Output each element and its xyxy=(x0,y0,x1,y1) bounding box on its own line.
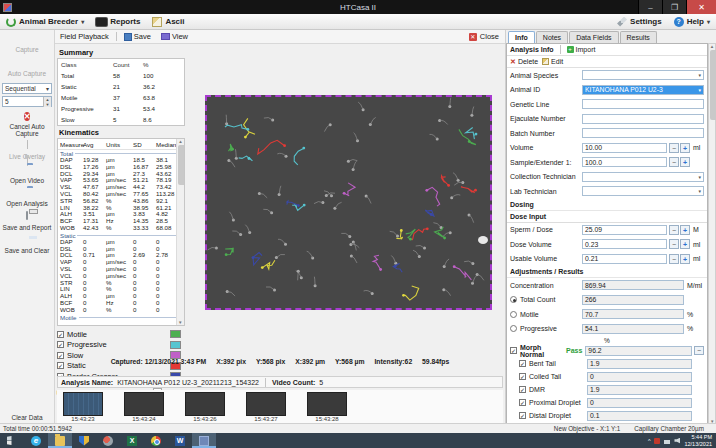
clear-data-button[interactable]: Clear Data xyxy=(1,402,53,422)
app-window: HTCasa II – ❐ ✕ Animal Breeder ▾ Reports… xyxy=(0,0,716,448)
taskbar-clock[interactable]: 5:44 PM 12/13/2021 xyxy=(684,434,712,447)
save-and-report-button[interactable]: Save and Report xyxy=(1,212,53,232)
capture-count-stepper[interactable]: 5 ▲ ▼ xyxy=(2,96,52,107)
close-window-button[interactable]: ✕ xyxy=(686,0,716,14)
thumbnail-image[interactable] xyxy=(63,392,103,416)
motile-radio[interactable] xyxy=(510,311,517,318)
taskbar-explorer-button[interactable] xyxy=(48,433,72,448)
taskbar-word-button[interactable]: W xyxy=(168,433,192,448)
morph-normal-checkbox[interactable]: ✓ xyxy=(510,347,517,354)
taskbar-defender-button[interactable] xyxy=(72,433,96,448)
lab-technician-select[interactable]: ▾ xyxy=(582,186,704,196)
morph-collapse-button[interactable]: − xyxy=(694,346,704,355)
tray-flag-icon[interactable] xyxy=(654,438,660,444)
spin-down-icon[interactable]: ▼ xyxy=(44,102,51,107)
scrollbar-thumb[interactable] xyxy=(710,50,716,120)
tab-info[interactable]: Info xyxy=(508,31,535,43)
view-button[interactable]: View xyxy=(156,30,193,43)
scroll-down-icon[interactable]: ▼ xyxy=(178,320,182,325)
help-button[interactable]: ? Help ▾ xyxy=(668,17,716,27)
import-button[interactable]: + Import xyxy=(567,46,596,53)
save-view-button[interactable]: Save xyxy=(119,30,156,43)
volume-input[interactable]: 10.00 xyxy=(582,143,667,153)
microscopy-image[interactable] xyxy=(205,95,492,310)
legend-checkbox[interactable]: ✓ xyxy=(57,341,64,348)
sperm-dose-decrement-button[interactable]: − xyxy=(669,225,679,235)
animal-species-select[interactable]: ▾ xyxy=(582,70,704,80)
genetic-line-input[interactable] xyxy=(582,99,704,109)
delete-button[interactable]: ✕ Delete xyxy=(510,58,538,66)
video-thumbnail[interactable]: 15:43:23 xyxy=(63,392,103,422)
thumbnail-image[interactable] xyxy=(307,392,347,416)
thumbnail-image[interactable] xyxy=(185,392,225,416)
progressive-radio[interactable] xyxy=(510,325,517,332)
sample-extender-decrement-button[interactable]: − xyxy=(669,157,679,167)
ascii-button[interactable]: Ascii xyxy=(146,14,190,29)
auto-capture-button[interactable]: Auto Capture xyxy=(1,58,53,78)
start-button[interactable] xyxy=(0,433,24,448)
sperm-dose-input[interactable]: 25.09 xyxy=(582,225,667,235)
morph-item-checkbox[interactable]: ✓ xyxy=(519,360,526,367)
right-panel-scrollbar[interactable]: ▲ ▼ xyxy=(708,43,716,425)
sample-extender-input[interactable]: 100.0 xyxy=(582,157,667,167)
sperm-dose-increment-button[interactable]: + xyxy=(680,225,690,235)
open-video-button[interactable]: Open Video xyxy=(1,165,53,185)
video-thumbnail[interactable]: 15:43:28 xyxy=(307,392,347,422)
video-thumbnail[interactable]: 15:43:26 xyxy=(185,392,225,422)
cancel-auto-capture-button[interactable]: ✕ Cancel Auto Capture xyxy=(1,111,53,137)
scrollbar-thumb[interactable] xyxy=(178,145,185,185)
volume-decrement-button[interactable]: − xyxy=(669,143,679,153)
settings-button[interactable]: Settings xyxy=(611,17,668,27)
kinematics-scrollbar[interactable]: ▲ ▼ xyxy=(176,139,184,325)
morph-item-checkbox[interactable]: ✓ xyxy=(519,412,526,419)
close-analysis-button[interactable]: ✕ Close xyxy=(463,32,505,41)
tray-caret-icon[interactable]: ^ xyxy=(648,438,651,444)
morph-item-checkbox[interactable]: ✓ xyxy=(519,386,526,393)
open-analysis-button[interactable]: Open Analysis xyxy=(1,188,53,208)
thumbnail-image[interactable] xyxy=(124,392,164,416)
live-overlay-button[interactable]: Live Overlay xyxy=(1,141,53,161)
video-thumbnail[interactable]: 15:43:27 xyxy=(246,392,286,422)
batch-number-input[interactable] xyxy=(582,128,704,138)
scroll-up-icon[interactable]: ▲ xyxy=(178,139,182,144)
maximize-button[interactable]: ❐ xyxy=(662,0,686,14)
save-and-clear-button[interactable]: Save and Clear xyxy=(1,235,53,255)
morph-item-checkbox[interactable]: ✓ xyxy=(519,373,526,380)
animal-breeder-button[interactable]: Animal Breeder ▾ xyxy=(0,14,90,29)
dose-volume-increment-button[interactable]: + xyxy=(680,239,690,249)
capture-mode-select[interactable]: Sequential ▾ xyxy=(2,83,52,94)
tab-notes[interactable]: Notes xyxy=(536,31,568,43)
taskbar-ie-button[interactable]: e xyxy=(24,433,48,448)
minimize-button[interactable]: – xyxy=(638,0,662,14)
tab-data-fields[interactable]: Data Fields xyxy=(569,31,618,43)
scroll-up-icon[interactable]: ▲ xyxy=(710,44,714,49)
speaker-icon[interactable] xyxy=(674,438,680,444)
volume-increment-button[interactable]: + xyxy=(680,143,690,153)
ejaculate-number-input[interactable] xyxy=(582,114,704,124)
edit-button[interactable]: Edit xyxy=(542,58,563,65)
taskbar-chrome-button[interactable] xyxy=(144,433,168,448)
sample-extender-increment-button[interactable]: + xyxy=(680,157,690,167)
taskbar-app1-button[interactable] xyxy=(96,433,120,448)
adjustments-header: Adjustments / Results xyxy=(507,266,707,278)
animal-id-select[interactable]: KITANOHANA P012 U2-3 ▾ xyxy=(582,85,704,95)
thumbnail-image[interactable] xyxy=(246,392,286,416)
morph-item-checkbox[interactable]: ✓ xyxy=(519,399,526,406)
network-icon[interactable] xyxy=(664,438,670,444)
collection-technician-select[interactable]: ▾ xyxy=(582,172,704,182)
dose-volume-input[interactable]: 0.23 xyxy=(582,239,667,249)
total-count-radio[interactable] xyxy=(510,296,517,303)
morph-item-value: 0 xyxy=(587,398,692,408)
taskbar-htcasa-button[interactable] xyxy=(192,433,216,448)
dose-volume-decrement-button[interactable]: − xyxy=(669,239,679,249)
taskbar: e X W ^ 5:44 PM 12/13/2021 xyxy=(0,433,716,448)
reports-button[interactable]: Reports xyxy=(90,14,146,29)
taskbar-excel-button[interactable]: X xyxy=(120,433,144,448)
video-thumbnail[interactable]: 15:43:24 xyxy=(124,392,164,422)
usable-volume-increment-button[interactable]: + xyxy=(680,254,690,264)
usable-volume-input[interactable]: 0.21 xyxy=(582,254,667,264)
usable-volume-decrement-button[interactable]: − xyxy=(669,254,679,264)
tab-results[interactable]: Results xyxy=(620,31,657,43)
legend-checkbox[interactable]: ✓ xyxy=(57,331,64,338)
capture-button[interactable]: Capture xyxy=(1,34,53,54)
